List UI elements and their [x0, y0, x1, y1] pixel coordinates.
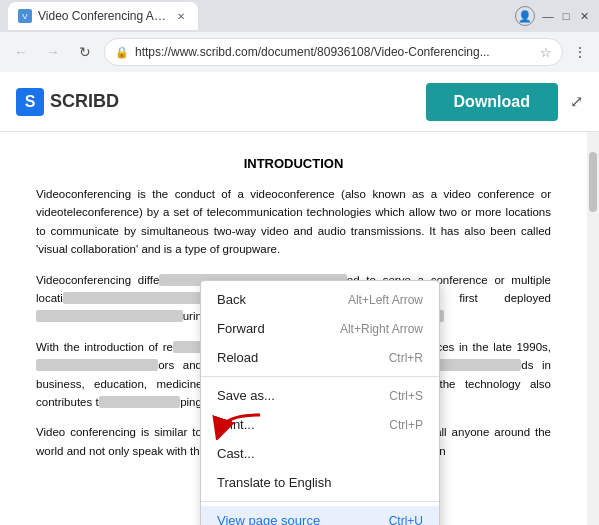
context-menu-cast[interactable]: Cast...	[201, 439, 439, 468]
context-menu-print-label: Print...	[217, 417, 255, 432]
scribd-s-icon: S	[16, 88, 44, 116]
context-menu-forward[interactable]: Forward Alt+Right Arrow	[201, 314, 439, 343]
context-menu-save-as-shortcut: Ctrl+S	[389, 389, 423, 403]
address-bar: ← → ↻ 🔒 https://www.scribd.com/document/…	[0, 32, 599, 72]
context-menu-reload[interactable]: Reload Ctrl+R	[201, 343, 439, 372]
document-title: INTRODUCTION	[36, 156, 551, 171]
tab-title: Video Conferencing Ass...	[38, 9, 168, 23]
scribd-wordmark: SCRIBD	[50, 91, 119, 112]
context-menu-translate[interactable]: Translate to English	[201, 468, 439, 497]
context-menu-back[interactable]: Back Alt+Left Arrow	[201, 285, 439, 314]
tab-close-button[interactable]: ✕	[174, 9, 188, 23]
profile-icon[interactable]: 👤	[515, 6, 535, 26]
secure-icon: 🔒	[115, 46, 129, 59]
close-button[interactable]: ✕	[577, 9, 591, 23]
bookmark-icon[interactable]: ☆	[540, 45, 552, 60]
context-menu-print[interactable]: Print... Ctrl+P	[201, 410, 439, 439]
content-area: INTRODUCTION Videoconferencing is the co…	[0, 132, 599, 525]
expand-icon[interactable]: ⤢	[570, 92, 583, 111]
context-menu-view-source-shortcut: Ctrl+U	[389, 514, 423, 526]
browser-tab[interactable]: V Video Conferencing Ass... ✕	[8, 2, 198, 30]
document-page: INTRODUCTION Videoconferencing is the co…	[0, 132, 587, 525]
context-menu-reload-shortcut: Ctrl+R	[389, 351, 423, 365]
context-menu-translate-label: Translate to English	[217, 475, 331, 490]
menu-separator-1	[201, 376, 439, 377]
forward-button[interactable]: →	[40, 39, 66, 65]
tab-favicon: V	[18, 9, 32, 23]
window-controls: — □ ✕	[541, 9, 591, 23]
scrollbar[interactable]	[587, 132, 599, 525]
tab-area: V Video Conferencing Ass... ✕	[8, 2, 509, 30]
reload-button[interactable]: ↻	[72, 39, 98, 65]
context-menu-reload-label: Reload	[217, 350, 258, 365]
scrollbar-thumb[interactable]	[589, 152, 597, 212]
context-menu-back-label: Back	[217, 292, 246, 307]
url-bar[interactable]: 🔒 https://www.scribd.com/document/809361…	[104, 38, 563, 66]
title-bar: V Video Conferencing Ass... ✕ 👤 — □ ✕	[0, 0, 599, 32]
context-menu-save-as-label: Save as...	[217, 388, 275, 403]
restore-button[interactable]: □	[559, 9, 573, 23]
context-menu-back-shortcut: Alt+Left Arrow	[348, 293, 423, 307]
paragraph-1: Videoconferencing is the conduct of a vi…	[36, 185, 551, 259]
back-button[interactable]: ←	[8, 39, 34, 65]
menu-separator-2	[201, 501, 439, 502]
page-toolbar: S SCRIBD Download ⤢	[0, 72, 599, 132]
context-menu-forward-shortcut: Alt+Right Arrow	[340, 322, 423, 336]
scribd-logo: S SCRIBD	[16, 88, 119, 116]
context-menu-cast-label: Cast...	[217, 446, 255, 461]
context-menu-print-shortcut: Ctrl+P	[389, 418, 423, 432]
context-menu-view-source[interactable]: View page source Ctrl+U	[201, 506, 439, 525]
url-text: https://www.scribd.com/document/80936108…	[135, 45, 534, 59]
download-button[interactable]: Download	[426, 83, 558, 121]
minimize-button[interactable]: —	[541, 9, 555, 23]
browser-menu-button[interactable]: ⋮	[569, 40, 591, 64]
context-menu-forward-label: Forward	[217, 321, 265, 336]
context-menu: Back Alt+Left Arrow Forward Alt+Right Ar…	[200, 280, 440, 525]
context-menu-save-as[interactable]: Save as... Ctrl+S	[201, 381, 439, 410]
context-menu-view-source-label: View page source	[217, 513, 320, 525]
